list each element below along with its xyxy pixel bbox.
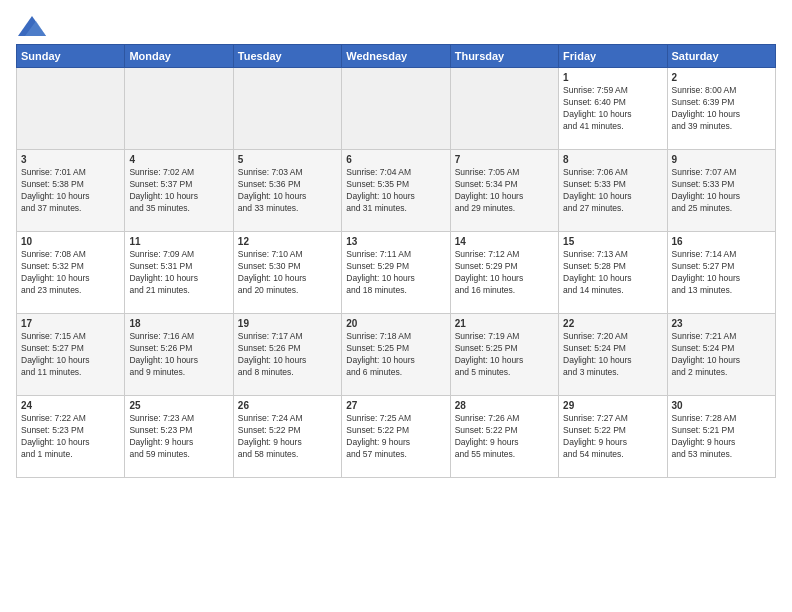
calendar-cell: 23Sunrise: 7:21 AM Sunset: 5:24 PM Dayli… <box>667 314 775 396</box>
day-info: Sunrise: 7:59 AM Sunset: 6:40 PM Dayligh… <box>563 85 662 133</box>
day-info: Sunrise: 7:08 AM Sunset: 5:32 PM Dayligh… <box>21 249 120 297</box>
day-number: 3 <box>21 154 120 165</box>
day-number: 26 <box>238 400 337 411</box>
calendar-cell: 30Sunrise: 7:28 AM Sunset: 5:21 PM Dayli… <box>667 396 775 478</box>
day-number: 14 <box>455 236 554 247</box>
calendar-cell: 14Sunrise: 7:12 AM Sunset: 5:29 PM Dayli… <box>450 232 558 314</box>
day-number: 19 <box>238 318 337 329</box>
col-header-wednesday: Wednesday <box>342 45 450 68</box>
day-info: Sunrise: 7:19 AM Sunset: 5:25 PM Dayligh… <box>455 331 554 379</box>
day-info: Sunrise: 7:03 AM Sunset: 5:36 PM Dayligh… <box>238 167 337 215</box>
day-info: Sunrise: 7:27 AM Sunset: 5:22 PM Dayligh… <box>563 413 662 461</box>
day-info: Sunrise: 7:28 AM Sunset: 5:21 PM Dayligh… <box>672 413 771 461</box>
day-info: Sunrise: 7:06 AM Sunset: 5:33 PM Dayligh… <box>563 167 662 215</box>
calendar-cell: 28Sunrise: 7:26 AM Sunset: 5:22 PM Dayli… <box>450 396 558 478</box>
calendar-cell: 5Sunrise: 7:03 AM Sunset: 5:36 PM Daylig… <box>233 150 341 232</box>
day-number: 13 <box>346 236 445 247</box>
calendar-cell: 19Sunrise: 7:17 AM Sunset: 5:26 PM Dayli… <box>233 314 341 396</box>
day-number: 24 <box>21 400 120 411</box>
calendar-cell: 6Sunrise: 7:04 AM Sunset: 5:35 PM Daylig… <box>342 150 450 232</box>
day-number: 15 <box>563 236 662 247</box>
week-row-3: 10Sunrise: 7:08 AM Sunset: 5:32 PM Dayli… <box>17 232 776 314</box>
day-info: Sunrise: 7:25 AM Sunset: 5:22 PM Dayligh… <box>346 413 445 461</box>
day-info: Sunrise: 7:02 AM Sunset: 5:37 PM Dayligh… <box>129 167 228 215</box>
calendar-cell <box>450 68 558 150</box>
calendar-cell <box>342 68 450 150</box>
calendar-cell: 11Sunrise: 7:09 AM Sunset: 5:31 PM Dayli… <box>125 232 233 314</box>
day-number: 22 <box>563 318 662 329</box>
calendar-cell: 7Sunrise: 7:05 AM Sunset: 5:34 PM Daylig… <box>450 150 558 232</box>
calendar-cell: 20Sunrise: 7:18 AM Sunset: 5:25 PM Dayli… <box>342 314 450 396</box>
day-number: 27 <box>346 400 445 411</box>
calendar-cell <box>233 68 341 150</box>
day-info: Sunrise: 7:21 AM Sunset: 5:24 PM Dayligh… <box>672 331 771 379</box>
calendar-cell: 4Sunrise: 7:02 AM Sunset: 5:37 PM Daylig… <box>125 150 233 232</box>
calendar-cell: 13Sunrise: 7:11 AM Sunset: 5:29 PM Dayli… <box>342 232 450 314</box>
week-row-4: 17Sunrise: 7:15 AM Sunset: 5:27 PM Dayli… <box>17 314 776 396</box>
day-number: 10 <box>21 236 120 247</box>
day-number: 23 <box>672 318 771 329</box>
day-info: Sunrise: 7:24 AM Sunset: 5:22 PM Dayligh… <box>238 413 337 461</box>
col-header-friday: Friday <box>559 45 667 68</box>
day-number: 21 <box>455 318 554 329</box>
day-info: Sunrise: 7:10 AM Sunset: 5:30 PM Dayligh… <box>238 249 337 297</box>
calendar-cell: 26Sunrise: 7:24 AM Sunset: 5:22 PM Dayli… <box>233 396 341 478</box>
day-number: 4 <box>129 154 228 165</box>
day-number: 2 <box>672 72 771 83</box>
day-info: Sunrise: 7:12 AM Sunset: 5:29 PM Dayligh… <box>455 249 554 297</box>
header-row: SundayMondayTuesdayWednesdayThursdayFrid… <box>17 45 776 68</box>
day-info: Sunrise: 7:09 AM Sunset: 5:31 PM Dayligh… <box>129 249 228 297</box>
day-number: 28 <box>455 400 554 411</box>
day-info: Sunrise: 7:04 AM Sunset: 5:35 PM Dayligh… <box>346 167 445 215</box>
calendar-cell: 21Sunrise: 7:19 AM Sunset: 5:25 PM Dayli… <box>450 314 558 396</box>
calendar-cell: 12Sunrise: 7:10 AM Sunset: 5:30 PM Dayli… <box>233 232 341 314</box>
week-row-1: 1Sunrise: 7:59 AM Sunset: 6:40 PM Daylig… <box>17 68 776 150</box>
calendar-cell: 3Sunrise: 7:01 AM Sunset: 5:38 PM Daylig… <box>17 150 125 232</box>
week-row-5: 24Sunrise: 7:22 AM Sunset: 5:23 PM Dayli… <box>17 396 776 478</box>
day-info: Sunrise: 7:14 AM Sunset: 5:27 PM Dayligh… <box>672 249 771 297</box>
day-info: Sunrise: 7:26 AM Sunset: 5:22 PM Dayligh… <box>455 413 554 461</box>
calendar-cell: 15Sunrise: 7:13 AM Sunset: 5:28 PM Dayli… <box>559 232 667 314</box>
calendar-cell: 29Sunrise: 7:27 AM Sunset: 5:22 PM Dayli… <box>559 396 667 478</box>
calendar-cell: 10Sunrise: 7:08 AM Sunset: 5:32 PM Dayli… <box>17 232 125 314</box>
day-info: Sunrise: 7:16 AM Sunset: 5:26 PM Dayligh… <box>129 331 228 379</box>
page-container: SundayMondayTuesdayWednesdayThursdayFrid… <box>0 0 792 488</box>
day-info: Sunrise: 7:22 AM Sunset: 5:23 PM Dayligh… <box>21 413 120 461</box>
day-info: Sunrise: 7:15 AM Sunset: 5:27 PM Dayligh… <box>21 331 120 379</box>
day-number: 6 <box>346 154 445 165</box>
day-info: Sunrise: 8:00 AM Sunset: 6:39 PM Dayligh… <box>672 85 771 133</box>
calendar-cell: 9Sunrise: 7:07 AM Sunset: 5:33 PM Daylig… <box>667 150 775 232</box>
day-number: 7 <box>455 154 554 165</box>
col-header-sunday: Sunday <box>17 45 125 68</box>
day-info: Sunrise: 7:23 AM Sunset: 5:23 PM Dayligh… <box>129 413 228 461</box>
logo-icon <box>18 16 46 36</box>
day-number: 30 <box>672 400 771 411</box>
col-header-tuesday: Tuesday <box>233 45 341 68</box>
calendar-table: SundayMondayTuesdayWednesdayThursdayFrid… <box>16 44 776 478</box>
calendar-cell <box>125 68 233 150</box>
day-number: 5 <box>238 154 337 165</box>
day-number: 11 <box>129 236 228 247</box>
day-number: 9 <box>672 154 771 165</box>
day-info: Sunrise: 7:05 AM Sunset: 5:34 PM Dayligh… <box>455 167 554 215</box>
calendar-cell: 18Sunrise: 7:16 AM Sunset: 5:26 PM Dayli… <box>125 314 233 396</box>
day-info: Sunrise: 7:17 AM Sunset: 5:26 PM Dayligh… <box>238 331 337 379</box>
day-info: Sunrise: 7:13 AM Sunset: 5:28 PM Dayligh… <box>563 249 662 297</box>
day-number: 8 <box>563 154 662 165</box>
calendar-cell: 2Sunrise: 8:00 AM Sunset: 6:39 PM Daylig… <box>667 68 775 150</box>
logo-text <box>16 16 46 36</box>
day-number: 1 <box>563 72 662 83</box>
calendar-cell: 22Sunrise: 7:20 AM Sunset: 5:24 PM Dayli… <box>559 314 667 396</box>
day-info: Sunrise: 7:18 AM Sunset: 5:25 PM Dayligh… <box>346 331 445 379</box>
day-number: 18 <box>129 318 228 329</box>
calendar-cell: 1Sunrise: 7:59 AM Sunset: 6:40 PM Daylig… <box>559 68 667 150</box>
day-number: 25 <box>129 400 228 411</box>
calendar-cell: 17Sunrise: 7:15 AM Sunset: 5:27 PM Dayli… <box>17 314 125 396</box>
header-section <box>16 16 776 36</box>
day-number: 16 <box>672 236 771 247</box>
calendar-cell: 24Sunrise: 7:22 AM Sunset: 5:23 PM Dayli… <box>17 396 125 478</box>
day-info: Sunrise: 7:20 AM Sunset: 5:24 PM Dayligh… <box>563 331 662 379</box>
calendar-cell: 25Sunrise: 7:23 AM Sunset: 5:23 PM Dayli… <box>125 396 233 478</box>
day-info: Sunrise: 7:11 AM Sunset: 5:29 PM Dayligh… <box>346 249 445 297</box>
week-row-2: 3Sunrise: 7:01 AM Sunset: 5:38 PM Daylig… <box>17 150 776 232</box>
